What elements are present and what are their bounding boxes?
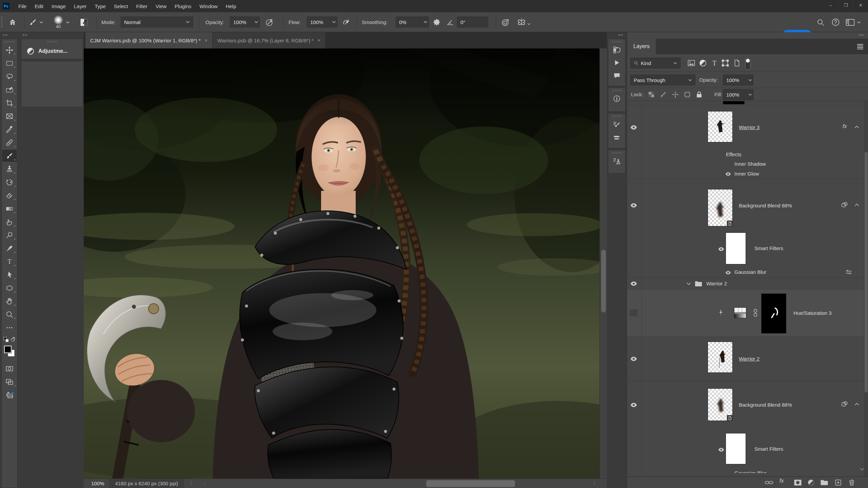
filter-smart-objects-icon[interactable] [733,59,741,67]
toolbar-grip[interactable] [4,41,15,43]
airbrush-button[interactable] [342,12,351,32]
eyedropper-tool[interactable] [2,123,17,136]
layer-mask-thumbnail[interactable] [761,293,786,333]
help-button[interactable] [831,12,840,32]
layer-thumbnail[interactable] [708,388,733,421]
blend-effects-icon[interactable] [841,201,849,208]
rectangular-marquee-tool[interactable] [2,57,17,70]
mode-select[interactable]: Normal [121,17,193,27]
layer-row-warrior-2[interactable]: Warrior 2 [627,337,864,381]
symmetry-button[interactable] [517,12,531,32]
canvas[interactable] [84,48,599,479]
visibility-toggle[interactable] [724,269,732,276]
crop-tool[interactable] [2,96,17,109]
lock-all-icon[interactable] [696,91,703,98]
zoom-level-field[interactable]: 100% [91,481,104,486]
visibility-toggle[interactable] [630,355,638,363]
layer-fill-value[interactable]: 100% [723,89,747,100]
menu-help[interactable]: Help [222,0,240,12]
dodge-tool[interactable] [2,228,17,242]
workspace-switcher[interactable] [846,12,861,32]
filter-mask-thumbnail[interactable] [726,433,746,464]
panel-grip[interactable] [612,89,622,92]
document-tab-inactive[interactable]: Warriors.psb @ 16.7% (Layer 8, RGB/8*) *… [212,32,325,48]
filter-adjustment-layers-icon[interactable] [699,59,707,67]
eraser-tool[interactable] [2,189,17,202]
effects-row[interactable]: Effects [627,150,864,159]
layers-scrollbar[interactable] [864,101,868,476]
layer-name[interactable]: Warrior 3 [739,124,760,130]
foreground-color-swatch[interactable] [4,346,12,353]
frame-tool[interactable] [2,109,17,123]
adjustments-panel-button[interactable]: Adjustme... [21,43,83,59]
visibility-toggle[interactable] [630,401,638,409]
panel-grip[interactable] [612,41,622,43]
visibility-toggle[interactable] [630,202,638,209]
layer-name[interactable]: Hue/Saturation 3 [793,310,832,316]
layer-row-partial[interactable] [627,101,864,105]
clone-stamp-tool[interactable] [2,162,17,176]
group-name[interactable]: Warrior 2 [706,281,727,286]
whats-new-button[interactable] [2,388,17,402]
close-button[interactable]: ✕ [853,0,868,10]
edit-toolbar-button[interactable] [2,321,17,334]
menu-file[interactable]: File [14,0,31,12]
filter-toggle-pill[interactable] [745,57,751,70]
layer-mask-thumbnail[interactable] [723,101,745,104]
add-adjustment-layer-icon[interactable] [807,479,815,486]
opacity-dropdown[interactable] [253,17,260,27]
filter-type-layers-icon[interactable]: T [710,59,718,67]
info-panel-button[interactable] [608,92,625,105]
layer-name[interactable]: Background Blend 88% [739,402,792,408]
inner-glow-row[interactable]: Inner Glow [627,169,864,179]
tab-layers[interactable]: Layers [627,39,656,54]
path-selection-tool[interactable] [2,268,17,281]
opacity-value[interactable]: 100% [230,17,253,27]
layer-row-warrior-3[interactable]: Warrior 3 fx [627,105,864,150]
lock-position-icon[interactable] [672,91,679,98]
smart-filters-row-2[interactable]: Smart Filters Gaussian Blur [627,429,864,473]
smoothing-options-button[interactable] [433,12,441,32]
tool-preset[interactable] [28,12,43,32]
layer-row-background-blend[interactable]: Background Blend 88% [627,179,864,232]
zoom-tool[interactable] [2,308,17,321]
brush-angle-control[interactable] [446,12,454,32]
lock-transparency-icon[interactable] [648,91,655,98]
layer-opacity-value[interactable]: 100% [723,75,747,85]
add-layer-style-button[interactable]: fx [780,478,784,484]
link-layers-icon[interactable] [765,479,773,486]
angle-value[interactable]: 0° [457,17,488,27]
panel-menu-icon[interactable] [857,43,864,49]
collapse-effects-chevron[interactable] [855,203,859,206]
tab-close-icon[interactable]: × [318,38,320,43]
shape-tool[interactable] [2,281,17,294]
fill-dropdown[interactable] [747,89,753,100]
filter-shape-layers-icon[interactable] [721,59,729,67]
menu-layer[interactable]: Layer [70,0,91,12]
inner-shadow-row[interactable]: Inner Shadow [627,159,864,169]
smart-filters-row[interactable]: Smart Filters [627,232,864,266]
collapse-effects-chevron[interactable] [855,403,859,406]
lock-artboard-icon[interactable] [684,91,691,98]
status-expand-chevron[interactable]: 〉 [190,480,195,487]
clone-source-panel-button[interactable] [608,155,625,167]
group-row-warrior-2[interactable]: Warrior 2 [627,278,864,289]
restore-button[interactable]: ❐ [838,0,853,10]
lock-pixels-icon[interactable] [659,91,667,98]
opacity-dropdown[interactable] [747,75,753,85]
smoothing-dropdown[interactable] [422,17,429,27]
visibility-toggle[interactable] [630,124,638,131]
flow-dropdown[interactable] [331,17,337,27]
adjustment-layer-thumbnail[interactable] [734,307,746,318]
filter-pixel-layers-icon[interactable] [687,59,695,67]
toggle-brush-settings-button[interactable] [79,12,89,32]
visibility-toggle[interactable] [630,280,638,287]
menu-select[interactable]: Select [110,0,132,12]
menu-type[interactable]: Type [91,0,110,12]
actions-panel-button[interactable] [608,56,625,69]
pressure-opacity-button[interactable] [265,12,274,32]
delete-layer-icon[interactable] [848,479,855,486]
filter-kind-select[interactable]: Kind [630,58,680,68]
fx-badge[interactable]: fx [843,123,847,129]
hand-tool[interactable] [2,294,17,308]
